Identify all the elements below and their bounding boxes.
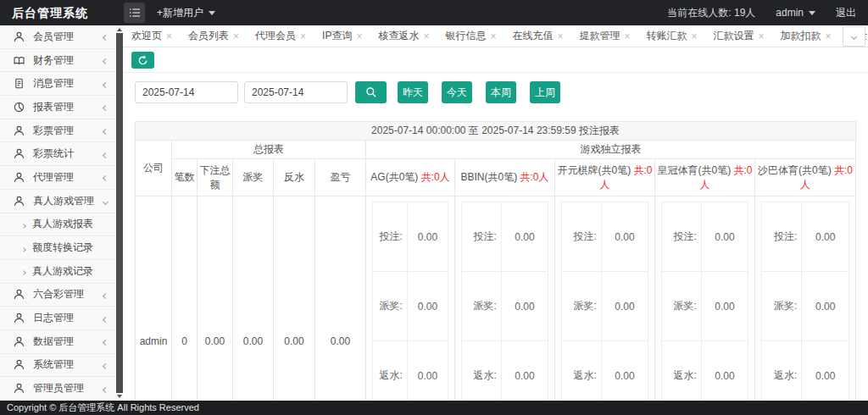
close-icon[interactable]: × [557, 31, 563, 42]
col-company: 公司 [136, 141, 172, 196]
close-icon[interactable]: × [166, 31, 172, 42]
new-user-dropdown[interactable]: +新增用户 [157, 0, 215, 25]
col-group-summary: 总报表 [172, 141, 366, 159]
table-caption-row: 2025-07-14 00:00:00 至 2025-07-14 23:59:5… [136, 122, 856, 141]
username: admin [776, 7, 804, 19]
cell-company: admin [136, 196, 172, 401]
sidebar-scrollbar[interactable] [116, 25, 123, 401]
close-icon[interactable]: × [624, 31, 630, 42]
sub-label: 返水: [562, 341, 602, 401]
user-icon [14, 359, 25, 370]
list-icon [129, 8, 141, 18]
sidebar-item-lottery-stats[interactable]: 彩票统计 [0, 142, 123, 166]
sidebar-item-reports[interactable]: 报表管理 [0, 96, 123, 119]
sidebar-subitem-live-game-log[interactable]: 真人游戏记录 [0, 260, 123, 284]
refresh-icon [137, 55, 148, 66]
main-content: 欢迎页× 会员列表× 代理会员× IP查询× 核查返水× 银行信息× 在线充值×… [123, 25, 868, 401]
user-icon [14, 148, 25, 159]
scrollbar-thumb[interactable] [116, 33, 123, 393]
sidebar-item-agents[interactable]: 代理管理 [0, 166, 123, 190]
tab-item[interactable]: 代理会员× [255, 29, 306, 43]
last-week-button[interactable]: 上周 [530, 81, 560, 103]
user-icon [14, 125, 25, 136]
user-icon [14, 31, 25, 42]
sidebar-item-finance[interactable]: 财务管理 [0, 49, 123, 73]
user-icon [14, 383, 25, 394]
refresh-button[interactable] [131, 52, 154, 69]
scroll-up-icon[interactable] [116, 25, 123, 33]
date-to-input[interactable] [244, 81, 348, 103]
yesterday-button[interactable]: 昨天 [398, 81, 428, 103]
col-game-bbin: BBIN(共0笔) 共:0人 [455, 159, 555, 196]
cell-bet-amount: 0.00 [198, 196, 233, 401]
tab-item[interactable]: 汇款设置× [713, 29, 764, 43]
sidebar-item-system[interactable]: 系统管理 [0, 354, 123, 378]
close-icon[interactable]: × [490, 31, 496, 42]
tab-item[interactable]: 欢迎页× [131, 29, 172, 43]
sidebar-subitem-quota-transfer-log[interactable]: 额度转换记录 [0, 236, 123, 260]
cell-game-crown: 投注:0.00 派奖:0.00 返水:0.00 盈亏:0.00 [655, 196, 755, 401]
close-icon[interactable]: × [691, 31, 697, 42]
pie-chart-icon [14, 102, 25, 113]
tab-overflow-button[interactable] [843, 26, 865, 47]
report-caption: 2025-07-14 00:00:00 至 2025-07-14 23:59:5… [136, 122, 856, 141]
tab-item[interactable]: 提款管理× [579, 29, 630, 43]
close-icon[interactable]: × [826, 31, 832, 42]
date-from-input[interactable] [135, 81, 238, 103]
sidebar-item-data[interactable]: 数据管理 [0, 330, 123, 354]
sidebar-item-live-games[interactable]: 真人游戏管理 [0, 190, 123, 213]
close-icon[interactable]: × [233, 31, 239, 42]
sidebar-item-lottery[interactable]: 彩票管理 [0, 119, 123, 143]
sidebar-item-mark-six[interactable]: 六合彩管理 [0, 284, 123, 307]
chevron-left-icon [103, 125, 108, 136]
copyright-text: Copyright © 后台管理系统 All Rights Reserved [0, 401, 868, 415]
tab-item[interactable]: 在线充值× [512, 29, 563, 43]
sidebar-item-messages[interactable]: 消息管理 [0, 72, 123, 96]
user-icon [14, 196, 25, 207]
sidebar-item-admins[interactable]: 管理员管理 [0, 377, 123, 401]
tab-item[interactable]: IP查询× [322, 29, 362, 43]
this-week-button[interactable]: 本周 [486, 81, 516, 103]
col-payout: 派奖 [233, 159, 274, 196]
user-menu[interactable]: admin [776, 7, 815, 19]
cell-game-ag: 投注:0.00 派奖:0.00 返水:0.00 盈亏:0.00 [366, 196, 455, 401]
sidebar-subitem-label: 真人游戏记录 [32, 264, 93, 279]
tab-item[interactable]: 加款扣款× [781, 29, 832, 43]
chevron-left-icon [103, 313, 108, 324]
logout-button[interactable]: 退出 [836, 6, 856, 20]
menu-toggle-button[interactable] [124, 3, 145, 23]
close-icon[interactable]: × [758, 31, 764, 42]
sub-value: 0.00 [701, 341, 748, 401]
chevron-left-icon [103, 30, 108, 42]
user-icon [14, 313, 25, 324]
close-icon[interactable]: × [356, 31, 362, 42]
scroll-down-icon[interactable] [116, 393, 123, 401]
sidebar-item-logs[interactable]: 日志管理 [0, 307, 123, 330]
file-icon [14, 78, 25, 89]
sidebar-item-label: 系统管理 [33, 357, 74, 372]
report-table-container: 2025-07-14 00:00:00 至 2025-07-14 23:59:5… [135, 121, 856, 401]
col-group-games: 游戏独立报表 [366, 141, 856, 159]
sub-header-row: 笔数 下注总额 派奖 反水 盈亏 AG(共0笔) 共:0人 BBIN(共0笔) … [136, 159, 856, 196]
sidebar-item-label: 会员管理 [33, 30, 74, 44]
cell-rebate: 0.00 [274, 196, 315, 401]
game-name: BBIN(共0笔) [460, 171, 517, 183]
tab-item[interactable]: 核查返水× [378, 29, 429, 43]
sidebar-subitem-live-game-report[interactable]: 真人游戏报表 [0, 213, 123, 237]
close-icon[interactable]: × [423, 31, 429, 42]
sidebar-item-members[interactable]: 会员管理 [0, 25, 123, 49]
today-button[interactable]: 今天 [442, 81, 472, 103]
sub-value: 0.00 [407, 202, 448, 272]
tab-item[interactable]: 转账汇款× [646, 29, 697, 43]
tab-item[interactable]: 银行信息× [445, 29, 496, 43]
close-icon[interactable]: × [300, 31, 306, 42]
sub-label: 投注: [373, 202, 408, 272]
topbar: 后台管理系统 +新增用户 当前在线人数: 19人 admin 退出 [0, 0, 868, 25]
sub-value: 0.00 [701, 202, 748, 272]
sub-value: 0.00 [501, 341, 548, 401]
tab-item[interactable]: 会员列表× [188, 29, 239, 43]
search-button[interactable] [355, 81, 387, 103]
tab-label: 在线充值 [512, 29, 553, 43]
app-title: 后台管理系统 [12, 0, 88, 25]
chevron-left-icon [103, 383, 108, 395]
